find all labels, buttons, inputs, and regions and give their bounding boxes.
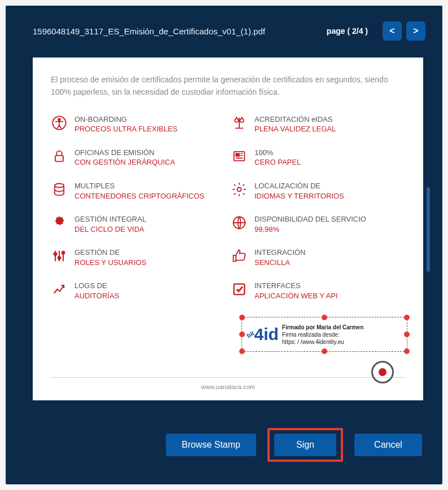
- feature-containers: MULTIPLESCONTENEDORES CRIPTOGRÁFICOS: [51, 181, 225, 201]
- left-column: ON-BOARDINGPROCEOS ULTRA FLEXIBLES OFICI…: [51, 114, 225, 315]
- feature-integration: INTEGRACIÓNSENCILLA: [231, 248, 405, 267]
- feature-title: INTEGRACIÓN: [254, 248, 305, 258]
- footer-url: www.uanataca.com: [201, 383, 254, 390]
- svg-point-3: [55, 183, 64, 187]
- resize-handle[interactable]: [322, 348, 327, 354]
- feature-sub: IDIOMAS Y TERRITORIOS: [254, 191, 344, 201]
- feature-title: INTERFACES: [254, 281, 338, 291]
- chart-icon: [51, 281, 68, 298]
- action-bar: Browse Stamp Sign Cancel: [166, 428, 422, 462]
- intro-text: El proceso de emisión de certificados pe…: [51, 73, 405, 99]
- globe-icon: [231, 214, 248, 231]
- feature-onboarding: ON-BOARDINGPROCEOS ULTRA FLEXIBLES: [51, 114, 225, 134]
- newspaper-icon: [231, 148, 248, 165]
- feature-sub: CERO PAPEL: [254, 157, 301, 167]
- feature-offices: OFICINAS DE EMISIÓNCON GESTIÓN JERÁRQUIC…: [51, 148, 225, 167]
- feature-title: LOGS DE: [74, 281, 119, 291]
- feature-sub: PLENA VALIDEZ LEGAL: [254, 124, 336, 134]
- document-filename: 1596048149_3117_ES_Emisión_de_Certificad…: [33, 27, 327, 36]
- next-page-button[interactable]: >: [406, 21, 425, 41]
- feature-sub: CON GESTIÓN JERÁRQUICA: [74, 157, 175, 167]
- feature-title: GESTIÓN INTEGRAL: [74, 214, 146, 224]
- brand-logo-icon: [371, 361, 394, 383]
- feature-interfaces: INTERFACESAPLICACIÓN WEB Y API: [231, 281, 405, 301]
- scrollbar-thumb[interactable]: [427, 187, 430, 272]
- sign-highlight: Sign: [267, 428, 343, 462]
- browse-stamp-button[interactable]: Browse Stamp: [166, 434, 256, 456]
- right-column: ACREDITACIÓN eIDASPLENA VALIDEZ LEGAL 10…: [231, 114, 405, 315]
- feature-sub: 99,98%: [254, 224, 366, 235]
- feature-title: GESTIÓN DE: [74, 248, 146, 258]
- gear-icon: [231, 181, 248, 198]
- feature-sub: SENCILLA: [254, 258, 305, 268]
- stamp-logo: bit4id: [247, 325, 279, 344]
- svg-rect-2: [55, 156, 63, 162]
- pdf-sign-modal: 1596048149_3117_ES_Emisión_de_Certificad…: [6, 6, 442, 484]
- resize-handle[interactable]: [239, 315, 245, 320]
- resize-handle[interactable]: [322, 315, 327, 320]
- feature-columns: ON-BOARDINGPROCEOS ULTRA FLEXIBLES OFICI…: [51, 114, 405, 315]
- sign-button[interactable]: Sign: [274, 434, 336, 456]
- scales-icon: [231, 114, 248, 131]
- signature-stamp[interactable]: bit4id Firmado por Maria del Carmen Firm…: [241, 317, 407, 352]
- badge-icon: [51, 214, 68, 231]
- svg-point-4: [54, 253, 57, 255]
- check-icon: [231, 281, 248, 298]
- resize-handle[interactable]: [404, 348, 410, 354]
- feature-logs: LOGS DEAUDITORÍAS: [51, 281, 225, 301]
- feature-title: 100%: [254, 148, 301, 158]
- svg-point-9: [238, 187, 241, 191]
- lock-icon: [51, 148, 68, 165]
- thumbsup-icon: [231, 248, 248, 264]
- svg-rect-8: [236, 153, 239, 156]
- svg-point-1: [58, 118, 60, 121]
- feature-paperless: 100%CERO PAPEL: [231, 148, 405, 167]
- feature-sub: PROCEOS ULTRA FLEXIBLES: [74, 124, 178, 134]
- resize-handle[interactable]: [404, 315, 410, 320]
- accessibility-icon: [51, 114, 68, 131]
- feature-title: MULTIPLES: [74, 181, 204, 191]
- feature-localization: LOCALIZACIÓN DEIDIOMAS Y TERRITORIOS: [231, 181, 405, 201]
- feature-title: OFICINAS DE EMISIÓN: [74, 148, 175, 158]
- pdf-page: El proceso de emisión de certificados pe…: [33, 58, 423, 400]
- feature-title: ON-BOARDING: [74, 114, 178, 125]
- feature-title: LOCALIZACIÓN DE: [254, 181, 344, 191]
- feature-sub: DEL CICLO DE VIDA: [74, 224, 146, 235]
- svg-point-5: [58, 257, 61, 259]
- database-icon: [51, 181, 68, 198]
- feature-roles: GESTIÓN DEROLES Y USUARIOS: [51, 248, 225, 267]
- modal-header: 1596048149_3117_ES_Emisión_de_Certificad…: [6, 6, 442, 46]
- feature-title: DISPONIBILIDAD DEL SERVICIO: [254, 214, 366, 224]
- feature-sub: APLICACIÓN WEB Y API: [254, 291, 338, 301]
- feature-availability: DISPONIBILIDAD DEL SERVICIO99,98%: [231, 214, 405, 234]
- svg-point-6: [62, 251, 65, 254]
- resize-handle[interactable]: [239, 332, 245, 337]
- feature-title: ACREDITACIÓN eIDAS: [254, 114, 336, 125]
- resize-handle[interactable]: [239, 348, 245, 354]
- feature-eidas: ACREDITACIÓN eIDASPLENA VALIDEZ LEGAL: [231, 114, 405, 134]
- feature-sub: ROLES Y USUARIOS: [74, 258, 146, 268]
- cancel-button[interactable]: Cancel: [354, 434, 422, 456]
- page-indicator: page ( 2/4 ): [327, 27, 368, 36]
- feature-lifecycle: GESTIÓN INTEGRALDEL CICLO DE VIDA: [51, 214, 225, 234]
- resize-handle[interactable]: [404, 332, 410, 337]
- stamp-text: Firmado por Maria del Carmen Firma reali…: [282, 324, 363, 346]
- pdf-viewer[interactable]: El proceso de emisión de certificados pe…: [33, 58, 425, 412]
- feature-sub: CONTENEDORES CRIPTOGRÁFICOS: [74, 191, 204, 201]
- page-footer: www.uanataca.com: [51, 377, 405, 390]
- sliders-icon: [51, 248, 68, 264]
- feature-sub: AUDITORÍAS: [74, 291, 119, 301]
- prev-page-button[interactable]: <: [383, 21, 402, 41]
